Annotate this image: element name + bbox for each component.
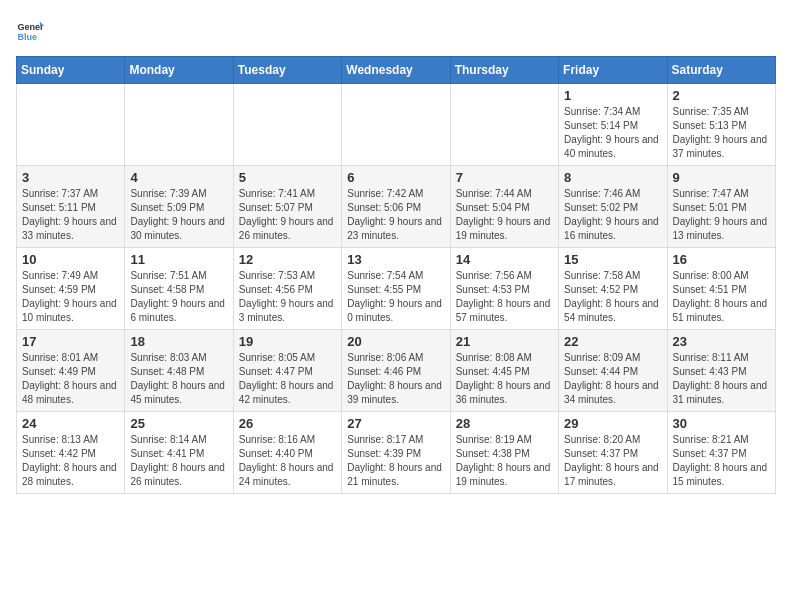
calendar-cell: 12Sunrise: 7:53 AM Sunset: 4:56 PM Dayli… — [233, 248, 341, 330]
week-row-1: 3Sunrise: 7:37 AM Sunset: 5:11 PM Daylig… — [17, 166, 776, 248]
calendar-cell — [233, 84, 341, 166]
day-info: Sunrise: 7:34 AM Sunset: 5:14 PM Dayligh… — [564, 105, 661, 161]
day-header-monday: Monday — [125, 57, 233, 84]
day-header-friday: Friday — [559, 57, 667, 84]
day-number: 12 — [239, 252, 336, 267]
day-info: Sunrise: 8:08 AM Sunset: 4:45 PM Dayligh… — [456, 351, 553, 407]
day-number: 23 — [673, 334, 770, 349]
week-row-4: 24Sunrise: 8:13 AM Sunset: 4:42 PM Dayli… — [17, 412, 776, 494]
day-number: 7 — [456, 170, 553, 185]
calendar-cell: 11Sunrise: 7:51 AM Sunset: 4:58 PM Dayli… — [125, 248, 233, 330]
day-info: Sunrise: 7:37 AM Sunset: 5:11 PM Dayligh… — [22, 187, 119, 243]
calendar-cell: 13Sunrise: 7:54 AM Sunset: 4:55 PM Dayli… — [342, 248, 450, 330]
header: General Blue — [16, 16, 776, 44]
day-number: 1 — [564, 88, 661, 103]
day-info: Sunrise: 7:58 AM Sunset: 4:52 PM Dayligh… — [564, 269, 661, 325]
day-number: 22 — [564, 334, 661, 349]
day-number: 14 — [456, 252, 553, 267]
day-number: 27 — [347, 416, 444, 431]
day-info: Sunrise: 7:44 AM Sunset: 5:04 PM Dayligh… — [456, 187, 553, 243]
header-row: SundayMondayTuesdayWednesdayThursdayFrid… — [17, 57, 776, 84]
calendar-cell: 15Sunrise: 7:58 AM Sunset: 4:52 PM Dayli… — [559, 248, 667, 330]
week-row-3: 17Sunrise: 8:01 AM Sunset: 4:49 PM Dayli… — [17, 330, 776, 412]
day-info: Sunrise: 7:39 AM Sunset: 5:09 PM Dayligh… — [130, 187, 227, 243]
calendar-cell: 4Sunrise: 7:39 AM Sunset: 5:09 PM Daylig… — [125, 166, 233, 248]
day-number: 30 — [673, 416, 770, 431]
day-header-tuesday: Tuesday — [233, 57, 341, 84]
calendar-cell: 2Sunrise: 7:35 AM Sunset: 5:13 PM Daylig… — [667, 84, 775, 166]
calendar-cell: 5Sunrise: 7:41 AM Sunset: 5:07 PM Daylig… — [233, 166, 341, 248]
day-info: Sunrise: 8:01 AM Sunset: 4:49 PM Dayligh… — [22, 351, 119, 407]
svg-text:Blue: Blue — [17, 32, 37, 42]
day-number: 16 — [673, 252, 770, 267]
day-info: Sunrise: 8:21 AM Sunset: 4:37 PM Dayligh… — [673, 433, 770, 489]
day-number: 13 — [347, 252, 444, 267]
day-number: 29 — [564, 416, 661, 431]
day-info: Sunrise: 8:20 AM Sunset: 4:37 PM Dayligh… — [564, 433, 661, 489]
calendar-cell: 27Sunrise: 8:17 AM Sunset: 4:39 PM Dayli… — [342, 412, 450, 494]
day-info: Sunrise: 8:05 AM Sunset: 4:47 PM Dayligh… — [239, 351, 336, 407]
day-number: 15 — [564, 252, 661, 267]
day-info: Sunrise: 8:11 AM Sunset: 4:43 PM Dayligh… — [673, 351, 770, 407]
logo: General Blue — [16, 16, 48, 44]
day-info: Sunrise: 7:35 AM Sunset: 5:13 PM Dayligh… — [673, 105, 770, 161]
calendar-cell: 7Sunrise: 7:44 AM Sunset: 5:04 PM Daylig… — [450, 166, 558, 248]
calendar-cell: 28Sunrise: 8:19 AM Sunset: 4:38 PM Dayli… — [450, 412, 558, 494]
day-info: Sunrise: 8:19 AM Sunset: 4:38 PM Dayligh… — [456, 433, 553, 489]
calendar-cell: 17Sunrise: 8:01 AM Sunset: 4:49 PM Dayli… — [17, 330, 125, 412]
calendar-cell: 8Sunrise: 7:46 AM Sunset: 5:02 PM Daylig… — [559, 166, 667, 248]
day-info: Sunrise: 7:46 AM Sunset: 5:02 PM Dayligh… — [564, 187, 661, 243]
calendar-cell: 6Sunrise: 7:42 AM Sunset: 5:06 PM Daylig… — [342, 166, 450, 248]
day-number: 6 — [347, 170, 444, 185]
day-info: Sunrise: 8:06 AM Sunset: 4:46 PM Dayligh… — [347, 351, 444, 407]
day-number: 26 — [239, 416, 336, 431]
day-info: Sunrise: 8:00 AM Sunset: 4:51 PM Dayligh… — [673, 269, 770, 325]
calendar-cell: 1Sunrise: 7:34 AM Sunset: 5:14 PM Daylig… — [559, 84, 667, 166]
day-info: Sunrise: 7:54 AM Sunset: 4:55 PM Dayligh… — [347, 269, 444, 325]
calendar-cell: 24Sunrise: 8:13 AM Sunset: 4:42 PM Dayli… — [17, 412, 125, 494]
day-number: 8 — [564, 170, 661, 185]
day-number: 10 — [22, 252, 119, 267]
day-info: Sunrise: 7:42 AM Sunset: 5:06 PM Dayligh… — [347, 187, 444, 243]
day-number: 9 — [673, 170, 770, 185]
calendar-cell — [17, 84, 125, 166]
day-info: Sunrise: 7:56 AM Sunset: 4:53 PM Dayligh… — [456, 269, 553, 325]
day-number: 25 — [130, 416, 227, 431]
calendar-cell: 25Sunrise: 8:14 AM Sunset: 4:41 PM Dayli… — [125, 412, 233, 494]
day-info: Sunrise: 8:14 AM Sunset: 4:41 PM Dayligh… — [130, 433, 227, 489]
calendar-cell: 22Sunrise: 8:09 AM Sunset: 4:44 PM Dayli… — [559, 330, 667, 412]
day-number: 2 — [673, 88, 770, 103]
day-header-sunday: Sunday — [17, 57, 125, 84]
calendar-cell: 3Sunrise: 7:37 AM Sunset: 5:11 PM Daylig… — [17, 166, 125, 248]
calendar-cell: 14Sunrise: 7:56 AM Sunset: 4:53 PM Dayli… — [450, 248, 558, 330]
day-number: 20 — [347, 334, 444, 349]
day-number: 17 — [22, 334, 119, 349]
calendar-cell: 29Sunrise: 8:20 AM Sunset: 4:37 PM Dayli… — [559, 412, 667, 494]
day-info: Sunrise: 8:09 AM Sunset: 4:44 PM Dayligh… — [564, 351, 661, 407]
day-number: 3 — [22, 170, 119, 185]
day-number: 28 — [456, 416, 553, 431]
calendar-cell: 10Sunrise: 7:49 AM Sunset: 4:59 PM Dayli… — [17, 248, 125, 330]
day-number: 18 — [130, 334, 227, 349]
calendar-table: SundayMondayTuesdayWednesdayThursdayFrid… — [16, 56, 776, 494]
day-info: Sunrise: 8:17 AM Sunset: 4:39 PM Dayligh… — [347, 433, 444, 489]
calendar-cell — [450, 84, 558, 166]
day-info: Sunrise: 7:41 AM Sunset: 5:07 PM Dayligh… — [239, 187, 336, 243]
day-header-wednesday: Wednesday — [342, 57, 450, 84]
calendar-cell: 19Sunrise: 8:05 AM Sunset: 4:47 PM Dayli… — [233, 330, 341, 412]
calendar-cell: 21Sunrise: 8:08 AM Sunset: 4:45 PM Dayli… — [450, 330, 558, 412]
calendar-cell — [342, 84, 450, 166]
day-info: Sunrise: 7:51 AM Sunset: 4:58 PM Dayligh… — [130, 269, 227, 325]
week-row-2: 10Sunrise: 7:49 AM Sunset: 4:59 PM Dayli… — [17, 248, 776, 330]
day-info: Sunrise: 8:13 AM Sunset: 4:42 PM Dayligh… — [22, 433, 119, 489]
week-row-0: 1Sunrise: 7:34 AM Sunset: 5:14 PM Daylig… — [17, 84, 776, 166]
calendar-cell — [125, 84, 233, 166]
day-number: 21 — [456, 334, 553, 349]
day-number: 24 — [22, 416, 119, 431]
day-info: Sunrise: 8:16 AM Sunset: 4:40 PM Dayligh… — [239, 433, 336, 489]
calendar-cell: 9Sunrise: 7:47 AM Sunset: 5:01 PM Daylig… — [667, 166, 775, 248]
day-info: Sunrise: 7:47 AM Sunset: 5:01 PM Dayligh… — [673, 187, 770, 243]
logo-icon: General Blue — [16, 16, 44, 44]
calendar-cell: 23Sunrise: 8:11 AM Sunset: 4:43 PM Dayli… — [667, 330, 775, 412]
day-header-thursday: Thursday — [450, 57, 558, 84]
